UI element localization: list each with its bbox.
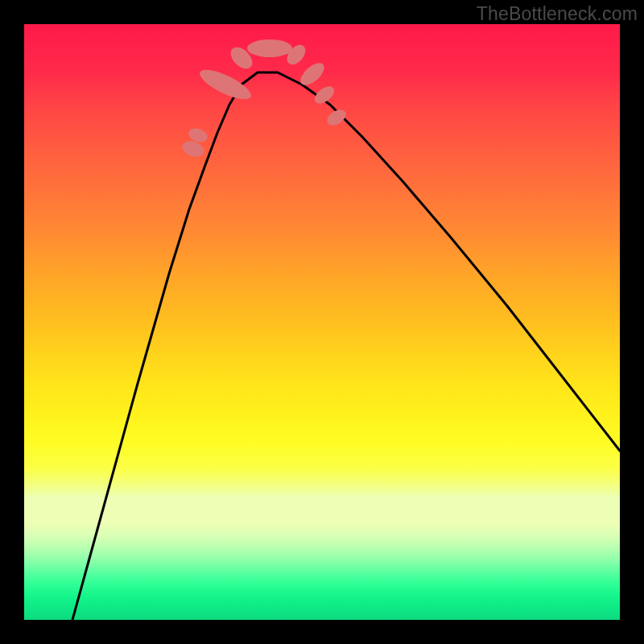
base-segment: [247, 39, 292, 57]
curve-path: [72, 72, 620, 620]
bottleneck-curve: [72, 72, 620, 620]
chart-svg: [24, 24, 620, 620]
left-arm-segment: [196, 64, 255, 105]
data-markers: [180, 39, 349, 159]
plot-area: [24, 24, 620, 620]
chart-frame: TheBottleneck.com: [0, 0, 644, 644]
watermark-text: TheBottleneck.com: [477, 3, 638, 25]
